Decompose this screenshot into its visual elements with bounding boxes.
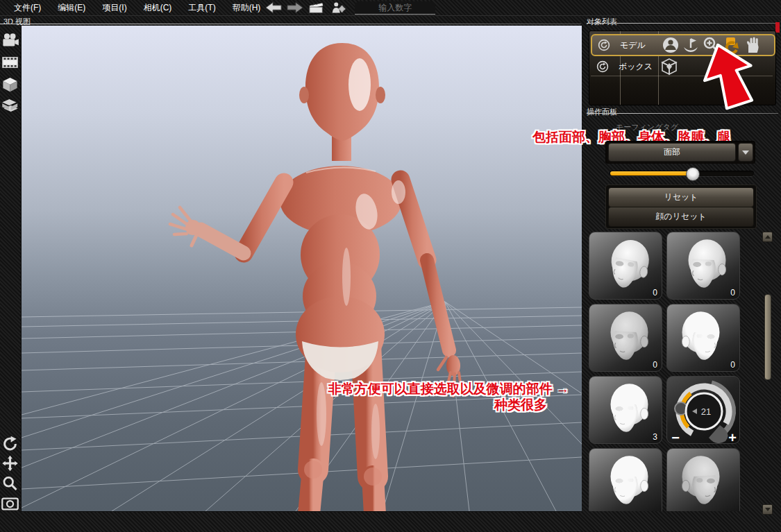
morph-category-dropdown: 面部	[605, 141, 755, 164]
menu-tools[interactable]: 工具(T)	[188, 2, 215, 14]
red-corner-marker	[775, 22, 780, 33]
pose-person-icon[interactable]	[330, 1, 346, 14]
head-thumbnail[interactable]: 0	[589, 232, 662, 300]
redo-forward-icon[interactable]	[287, 1, 303, 14]
chevron-down-icon	[742, 151, 749, 155]
floor-tiles-icon[interactable]	[1, 97, 19, 114]
face-reset-button[interactable]: 顔のリセット	[608, 207, 754, 227]
morph-dial-cell[interactable]: 21 − +	[666, 376, 740, 444]
box-tools	[660, 58, 678, 76]
thumbnail-count: 0	[653, 288, 657, 298]
reset-button[interactable]: リセット	[608, 187, 754, 207]
menu-help[interactable]: 帮助(H)	[233, 2, 261, 14]
app-window: 文件(F) 编辑(E) 项目(I) 相机(C) 工具(T) 帮助(H)	[0, 0, 781, 532]
scrollbar-thumb[interactable]	[764, 294, 771, 380]
dropdown-value[interactable]: 面部	[608, 143, 736, 162]
scroll-down-button[interactable]	[762, 504, 773, 515]
head-thumbnail[interactable]	[589, 448, 662, 511]
menu-camera[interactable]: 相机(C)	[144, 2, 172, 14]
value-dial[interactable]: 21 − +	[667, 377, 740, 444]
render-camera-icon[interactable]	[1, 32, 19, 49]
camera-frame-icon[interactable]	[1, 495, 19, 512]
number-input[interactable]	[355, 1, 435, 15]
thumbnail-count: 0	[730, 360, 735, 370]
undo-back-icon[interactable]	[265, 1, 282, 14]
wire-cube-icon[interactable]	[660, 58, 678, 76]
dial-minus-button[interactable]: −	[671, 430, 680, 444]
head-thumbnail[interactable]: 0	[666, 232, 740, 300]
control-panel-title: 操作面板	[587, 107, 617, 117]
primitive-cube-icon[interactable]	[1, 76, 19, 93]
dial-value: 21	[701, 406, 711, 417]
viewport-underline	[0, 24, 581, 24]
triangle-down-icon	[765, 508, 771, 511]
morph-slider[interactable]	[610, 169, 754, 178]
thumbnail-count: 3	[653, 432, 657, 442]
scene-canvas	[22, 26, 582, 511]
dial-plus-button[interactable]: +	[728, 430, 737, 444]
menu-bar: 文件(F) 编辑(E) 项目(I) 相机(C) 工具(T) 帮助(H)	[0, 0, 781, 16]
visibility-toggle-icon[interactable]	[598, 39, 610, 51]
viewport-annotation-line1: 非常方便可以直接选取以及微调的部件 →	[328, 381, 569, 397]
object-row-label: ボックス	[619, 61, 659, 73]
thumbnail-count: 0	[730, 288, 735, 298]
pan-move-icon[interactable]	[1, 455, 19, 472]
slider-knob[interactable]	[686, 167, 700, 181]
morph-thumbnail-grid: 0 0 0 0 3 21	[589, 232, 740, 511]
menu-edit[interactable]: 编辑(E)	[58, 2, 85, 14]
visibility-toggle-icon[interactable]	[596, 60, 609, 73]
viewport-annotation: 非常方便可以直接选取以及微调的部件 → 种类很多	[328, 381, 569, 413]
reset-button-group: リセット 顔のリセット	[605, 185, 757, 229]
slider-fill	[610, 171, 693, 175]
zoom-view-icon[interactable]	[1, 475, 19, 492]
viewport-annotation-line2: 种类很多	[328, 397, 569, 413]
menu-project[interactable]: 项目(I)	[102, 2, 126, 14]
dropdown-button[interactable]	[738, 143, 753, 162]
menu-file[interactable]: 文件(F)	[14, 2, 41, 14]
viewport-3d[interactable]: 非常方便可以直接选取以及微调的部件 → 种类很多	[21, 26, 582, 512]
object-list-underline	[587, 23, 778, 24]
object-row-label: モデル	[620, 40, 660, 51]
body-select-tool-icon[interactable]	[662, 36, 680, 54]
head-thumbnail[interactable]: 0	[666, 304, 740, 372]
head-thumbnail[interactable]: 0	[589, 304, 662, 372]
triangle-up-icon	[765, 235, 771, 239]
scroll-up-button[interactable]	[762, 232, 773, 242]
thumbnail-count: 0	[653, 360, 657, 370]
object-list-title: 对象列表	[587, 17, 617, 27]
filmstrip-icon[interactable]	[1, 54, 19, 71]
clapperboard-icon[interactable]	[308, 1, 325, 14]
control-panel-underline	[587, 113, 778, 114]
rotate-view-icon[interactable]	[1, 436, 19, 452]
head-thumbnail[interactable]: 3	[589, 376, 662, 444]
head-thumbnail[interactable]	[666, 448, 740, 511]
